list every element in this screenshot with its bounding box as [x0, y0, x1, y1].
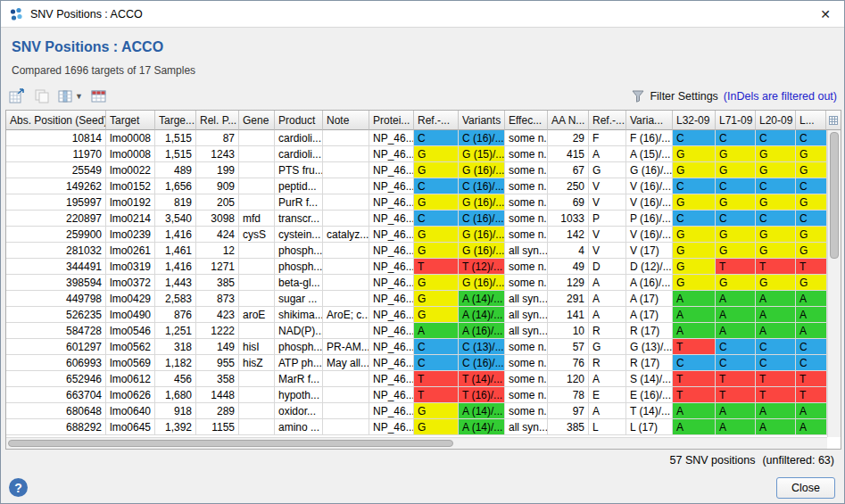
table-cell: C — [716, 178, 756, 194]
table-cell: T — [414, 387, 459, 403]
column-header[interactable]: Varia... — [626, 111, 673, 130]
table-cell: some n... — [505, 339, 548, 355]
help-button[interactable]: ? — [9, 478, 28, 497]
column-header[interactable]: Effec... — [505, 111, 548, 130]
table-cell: 250 — [548, 178, 589, 194]
column-header[interactable]: L... — [796, 111, 827, 130]
table-row[interactable]: 606993lmo05691,182955hisZATP ph...May al… — [6, 355, 827, 371]
column-header[interactable]: Gene — [239, 111, 275, 130]
table-row[interactable]: 398594lmo03721,443385beta-gl...NP_46...G… — [6, 275, 827, 291]
table-row[interactable]: 149262lmo01521,656909peptid...NP_46...CC… — [6, 178, 827, 194]
table-cell: phosph... — [275, 339, 323, 355]
table-cell: G — [716, 162, 756, 178]
table-cell: T (14)/... — [626, 403, 673, 419]
column-header[interactable]: Rel. P... — [196, 111, 239, 130]
table-cell: lmo0192 — [106, 194, 155, 211]
table-cell — [323, 291, 369, 307]
export-image-button[interactable] — [9, 87, 26, 106]
table-cell: G — [673, 259, 716, 275]
window-close-button[interactable]: ✕ — [817, 6, 833, 22]
table-cell: 415 — [548, 146, 589, 162]
table-row[interactable]: 526235lmo0490876423aroEshikima...AroE; c… — [6, 307, 827, 323]
table-row[interactable]: 11970lmo00081,5151243cardioli...NP_46...… — [6, 146, 827, 162]
column-header[interactable]: Ref.-... — [589, 111, 626, 130]
column-header[interactable]: Target — [106, 111, 155, 130]
table-cell: A (15)/... — [626, 146, 673, 162]
table-row[interactable]: 259900lmo02391,416424cysScystein...catal… — [6, 227, 827, 243]
table-cell: T — [414, 371, 459, 387]
column-settings-button[interactable]: ▼ — [58, 87, 83, 106]
table-cell — [239, 259, 275, 275]
horizontal-scrollbar[interactable] — [6, 437, 827, 449]
table-cell: A — [756, 323, 796, 339]
table-cell: A — [589, 403, 626, 419]
table-cell: G — [414, 227, 459, 243]
column-header[interactable]: Product — [275, 111, 323, 130]
column-header[interactable]: L71-09 — [716, 111, 756, 130]
column-header[interactable]: Variants — [459, 111, 505, 130]
table-cell: some n... — [505, 227, 548, 243]
table-row[interactable]: 584728lmo05461,2511222NAD(P)...NP_46...A… — [6, 323, 827, 339]
table-row[interactable]: 281032lmo02611,46112phosph...NP_46...GG … — [6, 243, 827, 259]
table-cell: A (14)/... — [459, 307, 505, 323]
table-cell — [323, 323, 369, 339]
table-cell: 87 — [196, 130, 239, 146]
table-row[interactable]: 601297lmo0562318149hisIphosph...PR-AM...… — [6, 339, 827, 355]
close-button[interactable]: Close — [776, 477, 835, 499]
table-cell: AroE; c... — [323, 307, 369, 323]
table-cell: C (16)/... — [459, 130, 505, 146]
table-row[interactable]: 449798lmo04292,583873sugar ...NP_46...GA… — [6, 291, 827, 307]
snv-positions-dialog: SNV Positions : ACCO ✕ SNV Positions : A… — [0, 0, 845, 504]
copy-table-button[interactable] — [34, 87, 50, 106]
table-cell: May all... — [323, 355, 369, 371]
table-cell: 12 — [196, 243, 239, 259]
filter-settings-button[interactable]: Filter Settings (InDels are filtered out… — [632, 87, 837, 106]
table-cell: aroE — [239, 307, 275, 323]
table-cell: some n... — [505, 146, 548, 162]
column-header[interactable]: L20-09 — [756, 111, 796, 130]
table-cell: 909 — [196, 178, 239, 194]
table-cell: G — [414, 243, 459, 259]
table-row[interactable]: 344491lmo03191,4161271phosph...NP_46...T… — [6, 259, 827, 275]
table-cell: 1243 — [196, 146, 239, 162]
table-cell: A — [589, 291, 626, 307]
column-header[interactable]: Ref.-... — [414, 111, 459, 130]
table-cell: A — [796, 403, 827, 419]
column-header[interactable]: AA N... — [548, 111, 589, 130]
table-cell: 688292 — [6, 419, 106, 435]
column-header[interactable]: Targe... — [155, 111, 196, 130]
table-cell: G — [716, 146, 756, 162]
copy-icon — [34, 88, 50, 104]
vertical-scrollbar[interactable] — [827, 130, 841, 437]
column-header[interactable]: Protei... — [369, 111, 414, 130]
column-header[interactable]: Abs. Position (Seed) — [6, 111, 106, 130]
table-row[interactable]: 220897lmo02143,5403098mfdtranscr...NP_46… — [6, 211, 827, 227]
table-cell: A — [589, 275, 626, 291]
table-cell: 1,392 — [155, 419, 196, 435]
comparison-table-button[interactable] — [91, 87, 107, 106]
table-cell: A — [756, 307, 796, 323]
table-row[interactable]: 10814lmo00081,51587cardioli...NP_46...CC… — [6, 130, 827, 146]
column-header[interactable]: L32-09 — [673, 111, 716, 130]
table-cell: 4 — [548, 243, 589, 259]
table-row[interactable]: 25549lmo0022489199PTS fru...NP_46...GG (… — [6, 162, 827, 178]
table-cell: all syn... — [505, 307, 548, 323]
table-cell: D — [589, 259, 626, 275]
table-row[interactable]: 663704lmo06261,6801448hypoth...NP_46...T… — [6, 387, 827, 403]
table-row[interactable]: 195997lmo0192819205PurR f...NP_46...GG (… — [6, 194, 827, 211]
vertical-scrollbar-thumb[interactable] — [830, 132, 839, 259]
table-cell: lmo0008 — [106, 146, 155, 162]
horizontal-scrollbar-thumb[interactable] — [8, 440, 453, 447]
table-cell: A — [673, 419, 716, 435]
table-cell: G — [796, 162, 827, 178]
table-row[interactable]: 688292lmo06451,3921155amino ...NP_46...G… — [6, 419, 827, 435]
table-row[interactable]: 652946lmo0612456358MarR f...NP_46...TT (… — [6, 371, 827, 387]
table-cell: 141 — [548, 307, 589, 323]
chevron-down-icon: ▼ — [75, 92, 83, 101]
table-cell — [239, 419, 275, 435]
table-cell: phosph... — [275, 259, 323, 275]
table-row[interactable]: 680648lmo0640918289oxidor...NP_46...GA (… — [6, 403, 827, 419]
table-cell: NP_46... — [369, 259, 414, 275]
table-corner-button[interactable] — [825, 111, 841, 130]
column-header[interactable]: Note — [323, 111, 369, 130]
